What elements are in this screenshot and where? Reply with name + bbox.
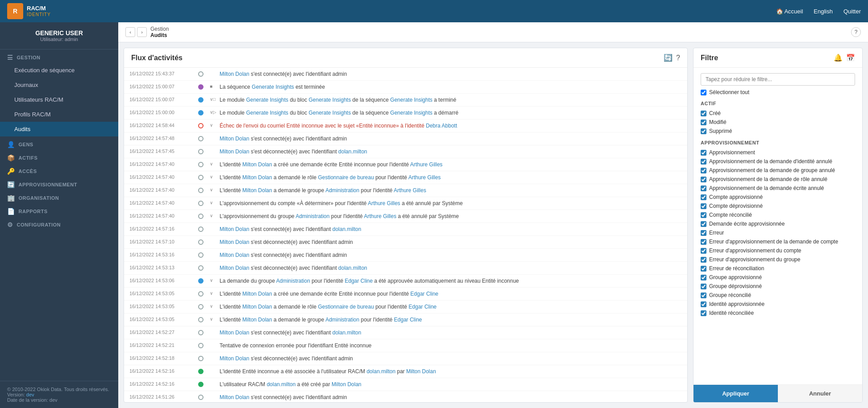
quit-link[interactable]: Quitter: [843, 8, 861, 15]
activity-row: 16/12/2022 14:57:40 ∨ L'identité Milton …: [124, 184, 687, 197]
filter-item-label[interactable]: Modifié: [701, 119, 855, 125]
filter-item-label[interactable]: Identité réconciliée: [701, 310, 855, 316]
filter-item-label[interactable]: Compte déprovisionné: [701, 203, 855, 209]
sidebar-section-acces[interactable]: 🔑 ACCÈS: [0, 163, 118, 177]
filter-item-checkbox[interactable]: [701, 111, 706, 116]
filter-item-label[interactable]: Créé: [701, 110, 855, 116]
activity-dot-col: [195, 316, 206, 322]
sidebar-section-approvisionnement[interactable]: 🔄 APPROVISIONNEMENT: [0, 177, 118, 190]
activity-dot: [198, 214, 204, 219]
filter-item-label[interactable]: Identité approvisionnée: [701, 301, 855, 307]
filter-item-checkbox[interactable]: [701, 310, 706, 316]
breadcrumb-forward-button[interactable]: ›: [137, 27, 147, 37]
filter-item-label[interactable]: Supprimé: [701, 128, 855, 134]
activity-expand[interactable]: ∨□: [210, 96, 216, 102]
activity-dot-col: [195, 264, 206, 271]
activity-expand[interactable]: ∨▷: [210, 109, 216, 115]
filter-item-checkbox[interactable]: [701, 194, 706, 200]
sidebar-section-organisation[interactable]: 🏢 ORGANISATION: [0, 190, 118, 203]
activity-expand: [210, 238, 216, 239]
activity-expand[interactable]: ∨: [210, 173, 216, 179]
filter-search-input[interactable]: [701, 73, 855, 86]
activity-expand[interactable]: ∨: [210, 199, 216, 205]
activity-expand[interactable]: ■: [210, 83, 216, 89]
sidebar-item-utilisateurs[interactable]: Utilisateurs RAC/M: [0, 92, 118, 107]
activity-expand[interactable]: ∨: [210, 161, 216, 166]
filter-item-checkbox[interactable]: [701, 221, 706, 227]
filter-item-label[interactable]: Erreur d'approvisionnement de la demande…: [701, 239, 855, 245]
sidebar-item-profils[interactable]: Profils RAC/M: [0, 107, 118, 122]
filter-item-checkbox[interactable]: [701, 159, 706, 165]
filter-item-checkbox[interactable]: [701, 239, 706, 245]
filter-item-label[interactable]: Compte approvisionné: [701, 194, 855, 200]
activity-time: 16/12/2022 14:57:40: [129, 161, 192, 167]
filter-item-checkbox[interactable]: [701, 248, 706, 254]
filter-item-checkbox[interactable]: [701, 275, 706, 280]
filter-item-label[interactable]: Erreur: [701, 230, 855, 236]
filter-item-label[interactable]: Erreur de réconciliation: [701, 265, 855, 272]
sidebar-section-configuration[interactable]: ⚙ CONFIGURATION: [0, 217, 118, 230]
filter-item-checkbox[interactable]: [701, 203, 706, 209]
filter-item-label[interactable]: Demande écrite approvisionnée: [701, 221, 855, 227]
activity-dot-col: [195, 290, 206, 297]
sidebar-section-gens[interactable]: 👤 GENS: [0, 136, 118, 150]
sidebar-item-audits[interactable]: Audits: [0, 122, 118, 136]
filter-item-checkbox[interactable]: [701, 257, 706, 263]
activity-expand[interactable]: ∨: [210, 277, 216, 283]
activity-expand[interactable]: ∨: [210, 290, 216, 296]
filter-item-checkbox[interactable]: [701, 120, 706, 125]
split-panels: Flux d'activités 🔄 ? 16/12/2022 15:43:37…: [118, 42, 868, 408]
filter-item-label[interactable]: Approvisionnement de la demande écrite a…: [701, 185, 855, 191]
filter-item-checkbox[interactable]: [701, 212, 706, 218]
activity-expand[interactable]: ∨: [210, 212, 216, 218]
filter-item-label[interactable]: Groupe déprovisionné: [701, 283, 855, 289]
filter-item-label[interactable]: Approvisionnement de la demande d'identi…: [701, 158, 855, 165]
activity-dot: [198, 175, 204, 180]
language-link[interactable]: English: [814, 8, 833, 15]
activity-expand[interactable]: ∨: [210, 316, 216, 321]
filter-item-checkbox[interactable]: [701, 150, 706, 156]
filter-item-checkbox[interactable]: [701, 230, 706, 236]
filter-item-checkbox[interactable]: [701, 284, 706, 289]
filter-item-label[interactable]: Groupe réconcilié: [701, 292, 855, 298]
cancel-button[interactable]: Annuler: [778, 385, 862, 402]
filter-item-checkbox[interactable]: [701, 266, 706, 272]
acces-label: ACCÈS: [19, 169, 37, 174]
activity-content: L'identité Milton Dolan a demandé le gro…: [220, 186, 682, 194]
filter-item-label[interactable]: Erreur d'approvisionnement du compte: [701, 247, 855, 254]
breadcrumb-back-button[interactable]: ‹: [125, 27, 135, 37]
apply-button[interactable]: Appliquer: [694, 385, 778, 402]
version-link[interactable]: dev: [26, 392, 34, 397]
filter-item-checkbox[interactable]: [701, 185, 706, 191]
filter-item-label[interactable]: Compte réconcilié: [701, 212, 855, 218]
filter-item-label[interactable]: Approvisionnement de la demande de group…: [701, 167, 855, 173]
activity-help-button[interactable]: ?: [676, 54, 680, 62]
filter-item-label[interactable]: Erreur d'approvisionnement du groupe: [701, 256, 855, 263]
filter-item-checkbox[interactable]: [701, 168, 706, 173]
filter-item-checkbox[interactable]: [701, 128, 706, 134]
select-all-checkbox[interactable]: [701, 90, 706, 95]
sidebar-section-actifs[interactable]: 📦 ACTIFS: [0, 150, 118, 163]
accueil-link[interactable]: 🏠 Accueil: [776, 8, 803, 15]
activity-expand[interactable]: ∨: [210, 303, 216, 309]
filter-item-checkbox[interactable]: [701, 301, 706, 307]
filter-item-text: Groupe réconcilié: [709, 292, 751, 298]
filter-calendar-button[interactable]: 📅: [846, 54, 855, 62]
activity-dot: [198, 162, 204, 167]
activity-row: 16/12/2022 14:52:16 L'utilisateur RAC/M …: [124, 378, 687, 391]
filter-item-label[interactable]: Approvisionnement de la demande de rôle …: [701, 176, 855, 182]
activity-expand[interactable]: ∨: [210, 186, 216, 192]
filter-item-checkbox[interactable]: [701, 293, 706, 298]
activity-content: Milton Dolan s'est connecté(e) avec l'id…: [220, 329, 682, 337]
filter-item-checkbox[interactable]: [701, 177, 706, 182]
filter-settings-button[interactable]: 🔔: [834, 54, 843, 62]
refresh-button[interactable]: 🔄: [664, 54, 673, 62]
sidebar-item-journaux[interactable]: Journaux: [0, 78, 118, 92]
sidebar-section-gestion[interactable]: ☰ GESTION: [0, 49, 118, 63]
activity-expand[interactable]: ∨: [210, 122, 216, 128]
filter-item-label[interactable]: Approvisionnement: [701, 149, 855, 156]
help-button[interactable]: ?: [851, 27, 861, 37]
filter-item-label[interactable]: Groupe approvisionné: [701, 274, 855, 280]
sidebar-item-execution[interactable]: Exécution de séquence: [0, 63, 118, 78]
sidebar-section-rapports[interactable]: 📄 RAPPORTS: [0, 203, 118, 217]
